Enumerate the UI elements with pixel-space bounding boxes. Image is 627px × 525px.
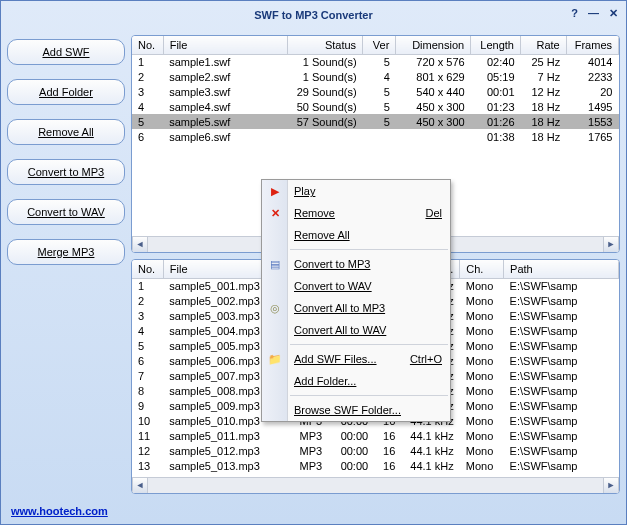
table-row[interactable]: 13sample5_013.mp3MP300:001644.1 kHzMonoE… <box>132 458 619 473</box>
menu-item-label: Remove All <box>294 229 350 241</box>
swf-col-header[interactable]: File <box>163 36 288 54</box>
website-link[interactable]: www.hootech.com <box>11 505 108 517</box>
doc-icon: ▤ <box>267 256 283 272</box>
scroll-right-icon[interactable]: ► <box>603 478 619 494</box>
menu-item-remove-all[interactable]: Remove All <box>262 224 450 246</box>
sidebar-button-remove-all[interactable]: Remove All <box>7 119 125 145</box>
menu-separator <box>290 249 448 250</box>
minimize-icon[interactable]: — <box>588 7 599 20</box>
menu-item-add-folder[interactable]: Add Folder... <box>262 370 450 392</box>
menu-item-label: Play <box>294 185 315 197</box>
table-row[interactable]: 11sample5_011.mp3MP300:001644.1 kHzMonoE… <box>132 428 619 443</box>
close-icon[interactable]: ✕ <box>609 7 618 20</box>
sidebar-button-merge-mp3[interactable]: Merge MP3 <box>7 239 125 265</box>
table-row[interactable]: 4sample4.swf50 Sound(s)5450 x 30001:2318… <box>132 99 619 114</box>
sidebar: Add SWFAdd FolderRemove AllConvert to MP… <box>7 35 125 494</box>
menu-item-label: Add Folder... <box>294 375 356 387</box>
menu-item-label: Convert All to WAV <box>294 324 386 336</box>
menu-item-browse-swf-folder[interactable]: Browse SWF Folder... <box>262 399 450 421</box>
sidebar-button-add-swf[interactable]: Add SWF <box>7 39 125 65</box>
menu-item-convert-all-to-mp3[interactable]: ◎Convert All to MP3 <box>262 297 450 319</box>
swf-col-header[interactable]: Ver <box>363 36 396 54</box>
swf-col-header[interactable]: Status <box>288 36 363 54</box>
titlebar: SWF to MP3 Converter ? — ✕ <box>1 1 626 29</box>
scroll-right-icon[interactable]: ► <box>603 237 619 253</box>
table-row[interactable]: 2sample2.swf1 Sound(s)4801 x 62905:197 H… <box>132 69 619 84</box>
context-menu: ▶Play✕RemoveDelRemove All▤Convert to MP3… <box>261 179 451 422</box>
app-window: SWF to MP3 Converter ? — ✕ Add SWFAdd Fo… <box>0 0 627 525</box>
menu-item-convert-to-mp3[interactable]: ▤Convert to MP3 <box>262 253 450 275</box>
menu-item-label: Add SWF Files... <box>294 353 377 365</box>
menu-item-convert-all-to-wav[interactable]: Convert All to WAV <box>262 319 450 341</box>
menu-item-play[interactable]: ▶Play <box>262 180 450 202</box>
menu-separator <box>290 395 448 396</box>
output-scrollbar[interactable]: ◄ ► <box>132 477 619 493</box>
fold-icon: 📁 <box>267 351 283 367</box>
play-icon: ▶ <box>267 183 283 199</box>
menu-item-label: Convert to WAV <box>294 280 372 292</box>
sidebar-button-add-folder[interactable]: Add Folder <box>7 79 125 105</box>
out-col-header[interactable]: Ch. <box>460 260 504 278</box>
swf-col-header[interactable]: Rate <box>521 36 567 54</box>
footer: www.hootech.com <box>1 500 626 522</box>
table-row[interactable]: 6sample6.swf01:3818 Hz1765 <box>132 129 619 144</box>
sidebar-button-convert-to-mp3[interactable]: Convert to MP3 <box>7 159 125 185</box>
swf-col-header[interactable]: Dimension <box>396 36 471 54</box>
swf-table: No.FileStatusVerDimensionLengthRateFrame… <box>132 36 619 144</box>
cd-icon: ◎ <box>267 300 283 316</box>
out-col-header[interactable]: Path <box>504 260 619 278</box>
table-row[interactable]: 12sample5_012.mp3MP300:001644.1 kHzMonoE… <box>132 443 619 458</box>
menu-item-remove[interactable]: ✕RemoveDel <box>262 202 450 224</box>
scroll-left-icon[interactable]: ◄ <box>132 478 148 494</box>
x-icon: ✕ <box>267 205 283 221</box>
scroll-left-icon[interactable]: ◄ <box>132 237 148 253</box>
help-icon[interactable]: ? <box>571 7 578 20</box>
menu-item-label: Convert to MP3 <box>294 258 370 270</box>
table-row[interactable]: 3sample3.swf29 Sound(s)5540 x 44000:0112… <box>132 84 619 99</box>
window-title: SWF to MP3 Converter <box>254 9 373 21</box>
table-row[interactable]: 5sample5.swf57 Sound(s)5450 x 30001:2618… <box>132 114 619 129</box>
menu-item-convert-to-wav[interactable]: Convert to WAV <box>262 275 450 297</box>
menu-item-label: Remove <box>294 207 335 219</box>
menu-item-add-swf-files[interactable]: 📁Add SWF Files...Ctrl+O <box>262 348 450 370</box>
menu-shortcut: Del <box>425 207 442 219</box>
menu-separator <box>290 344 448 345</box>
swf-col-header[interactable]: Length <box>471 36 521 54</box>
swf-col-header[interactable]: No. <box>132 36 163 54</box>
menu-item-label: Convert All to MP3 <box>294 302 385 314</box>
menu-shortcut: Ctrl+O <box>410 353 442 365</box>
sidebar-button-convert-to-wav[interactable]: Convert to WAV <box>7 199 125 225</box>
menu-item-label: Browse SWF Folder... <box>294 404 401 416</box>
out-col-header[interactable]: No. <box>132 260 163 278</box>
swf-col-header[interactable]: Frames <box>566 36 618 54</box>
table-row[interactable]: 1sample1.swf1 Sound(s)5720 x 57602:4025 … <box>132 54 619 69</box>
